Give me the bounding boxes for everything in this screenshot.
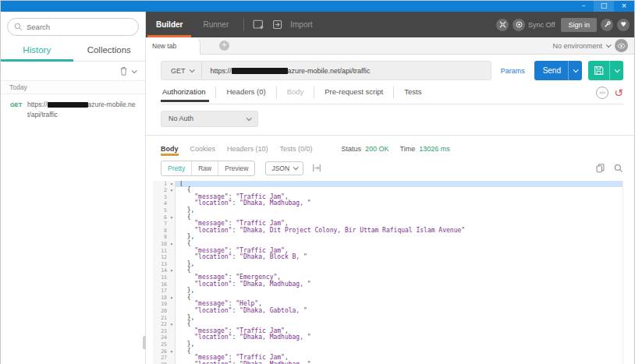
view-pretty-button[interactable]: Pretty bbox=[161, 161, 191, 175]
generate-code-icon[interactable]: </> bbox=[596, 87, 608, 99]
minimize-button[interactable]: – bbox=[573, 1, 594, 12]
view-raw-button[interactable]: Raw bbox=[191, 161, 218, 175]
code-line[interactable]: 16 "location": "Dhaka, Madhubag, " bbox=[153, 281, 623, 288]
request-section-tabs: Authorization Headers (0) Body Pre-reque… bbox=[161, 86, 623, 104]
fold-icon[interactable]: ▾ bbox=[169, 181, 176, 188]
tab-runner[interactable]: Runner bbox=[193, 12, 239, 37]
fold-icon[interactable]: ▾ bbox=[169, 267, 176, 274]
trash-icon[interactable] bbox=[119, 66, 136, 76]
format-dropdown[interactable]: JSON bbox=[265, 161, 303, 175]
auth-type-dropdown[interactable]: No Auth bbox=[161, 111, 258, 127]
tab-new-tab[interactable]: New tab bbox=[146, 37, 200, 55]
history-item[interactable]: GET https://azure-mobile.net/api/traffic bbox=[1, 94, 145, 125]
tab-response-body[interactable]: Body bbox=[161, 145, 179, 156]
code-line[interactable]: 12 "location": "Dhaka, Block B, " bbox=[153, 254, 623, 261]
fold-icon[interactable]: ▾ bbox=[169, 321, 176, 328]
view-preview-button[interactable]: Preview bbox=[218, 161, 254, 175]
gutter-spacer bbox=[169, 234, 176, 241]
history-date-header: Today bbox=[1, 81, 145, 94]
search-input[interactable] bbox=[27, 23, 128, 31]
line-number: 9 bbox=[153, 234, 169, 241]
params-button[interactable]: Params bbox=[491, 67, 534, 75]
code-line[interactable]: 13 }, bbox=[153, 261, 623, 268]
tab-collections[interactable]: Collections bbox=[73, 41, 146, 61]
response-section-tabs: Body Cookies Headers (10) Tests (0/0) St… bbox=[161, 142, 623, 156]
wrench-icon[interactable] bbox=[601, 19, 613, 31]
save-icon bbox=[588, 65, 609, 76]
interceptor-icon[interactable] bbox=[496, 19, 509, 31]
line-number: 1 bbox=[153, 181, 169, 188]
code-line[interactable]: 20 "location": "Dhaka, Gabtola, " bbox=[153, 308, 623, 315]
response-body-editor[interactable]: 1▾[2▾ {3 "message": "Traffic Jam",4 "loc… bbox=[153, 181, 623, 364]
heart-icon[interactable]: ♥ bbox=[617, 19, 630, 31]
gutter-spacer bbox=[169, 328, 176, 335]
gutter-spacer bbox=[169, 274, 176, 281]
send-button[interactable]: Send bbox=[534, 61, 582, 80]
gutter-spacer bbox=[169, 334, 176, 341]
code-line[interactable]: 4 "location": "Dhaka, Madhubag, " bbox=[153, 200, 623, 207]
line-number: 26 bbox=[153, 348, 169, 355]
gutter-spacer bbox=[169, 207, 176, 214]
code-line[interactable]: 24 "location": "Dhaka, Madhubag, " bbox=[153, 334, 623, 341]
postman-window: – □ × History Collections Today bbox=[0, 0, 635, 364]
code-line[interactable]: 21 }, bbox=[153, 315, 623, 322]
code-line[interactable]: 25 }, bbox=[153, 341, 623, 348]
search-icon bbox=[14, 23, 23, 31]
chevron-down-icon bbox=[606, 42, 612, 48]
line-number: 6 bbox=[153, 214, 169, 221]
sidebar: History Collections Today GET https://az… bbox=[1, 12, 146, 364]
tab-headers[interactable]: Headers (0) bbox=[216, 87, 275, 101]
line-number: 18 bbox=[153, 295, 169, 302]
send-options-chevron[interactable] bbox=[569, 69, 582, 72]
code-line[interactable]: 5 }, bbox=[153, 207, 623, 214]
line-number: 8 bbox=[153, 228, 169, 235]
line-number: 24 bbox=[153, 334, 169, 341]
sign-in-button[interactable]: Sign in bbox=[561, 18, 597, 32]
method-dropdown[interactable]: GET bbox=[161, 61, 202, 80]
import-button[interactable]: Import bbox=[290, 20, 312, 29]
maximize-button[interactable]: □ bbox=[594, 1, 614, 12]
code-line[interactable]: 1▾[ bbox=[153, 181, 623, 188]
tab-authorization[interactable]: Authorization bbox=[161, 87, 215, 101]
environment-selector[interactable]: No environment bbox=[552, 42, 602, 50]
save-button[interactable] bbox=[588, 61, 623, 80]
title-bar: – □ × bbox=[1, 1, 634, 12]
eye-icon[interactable] bbox=[615, 39, 628, 52]
copy-icon[interactable] bbox=[596, 164, 605, 173]
line-number: 20 bbox=[153, 308, 169, 315]
wrap-text-icon[interactable] bbox=[312, 164, 321, 172]
close-button[interactable]: × bbox=[614, 1, 634, 12]
tab-response-cookies[interactable]: Cookies bbox=[190, 145, 216, 156]
new-window-icon[interactable] bbox=[253, 19, 264, 30]
add-tab-button[interactable]: + bbox=[219, 41, 229, 51]
tab-builder[interactable]: Builder bbox=[146, 12, 193, 37]
tab-history[interactable]: History bbox=[1, 41, 73, 61]
search-response-icon[interactable] bbox=[614, 164, 623, 173]
fold-icon[interactable]: ▾ bbox=[169, 214, 176, 221]
tab-response-tests[interactable]: Tests (0/0) bbox=[280, 145, 313, 156]
line-number: 11 bbox=[153, 248, 169, 255]
fold-icon[interactable]: ▾ bbox=[169, 348, 176, 355]
chevron-down-icon bbox=[189, 67, 194, 72]
tab-tests[interactable]: Tests bbox=[394, 87, 431, 101]
url-input[interactable]: https://azure-mobile.net/api/traffic bbox=[202, 67, 371, 75]
line-number: 13 bbox=[153, 261, 169, 268]
fold-icon[interactable]: ▾ bbox=[169, 295, 176, 302]
tab-body[interactable]: Body bbox=[277, 87, 314, 101]
gutter-spacer bbox=[169, 288, 176, 295]
import-icon[interactable] bbox=[272, 19, 283, 30]
fold-icon[interactable]: ▾ bbox=[169, 241, 176, 248]
tab-pre-request-script[interactable]: Pre-request script bbox=[314, 87, 393, 101]
code-line[interactable]: 17 }, bbox=[153, 288, 623, 295]
tab-response-headers[interactable]: Headers (10) bbox=[227, 145, 268, 156]
sidebar-search[interactable] bbox=[7, 18, 139, 36]
fold-icon[interactable]: ▾ bbox=[169, 187, 176, 194]
line-number: 25 bbox=[153, 341, 169, 348]
sync-icon[interactable] bbox=[513, 19, 525, 31]
code-line[interactable]: 9 }, bbox=[153, 234, 623, 241]
line-number: 14 bbox=[153, 267, 169, 274]
save-options-chevron[interactable] bbox=[610, 69, 623, 72]
revert-icon[interactable]: ↺ bbox=[614, 87, 623, 98]
line-number: 27 bbox=[153, 355, 169, 362]
code-line[interactable]: 8 "location": "Dhaka, Dit Project Colony… bbox=[153, 228, 623, 235]
